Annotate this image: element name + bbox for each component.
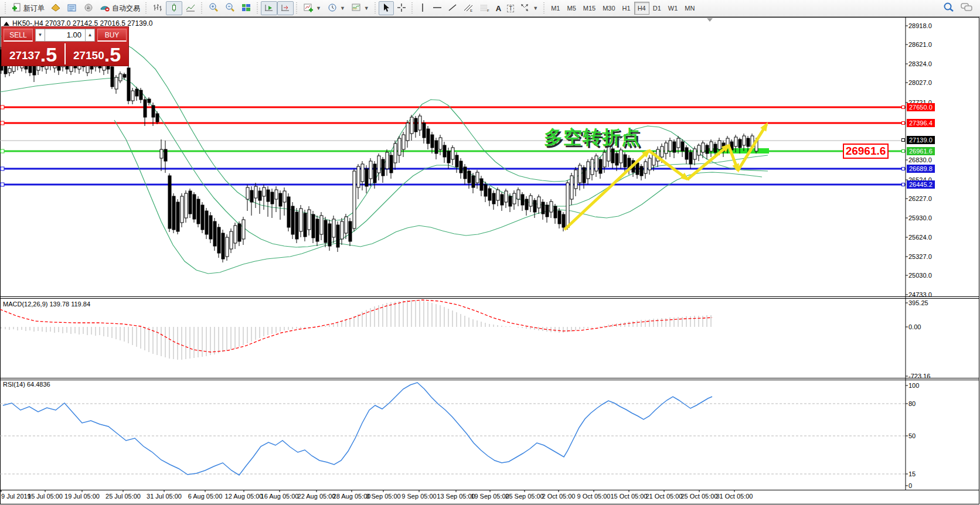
line-anchor-handle[interactable] — [901, 138, 905, 142]
toolbar-drag-handle[interactable] — [411, 2, 414, 14]
templates-button[interactable]: ▼ — [348, 1, 372, 15]
timeframe-button-D1[interactable]: D1 — [649, 2, 665, 15]
macd-label: MACD(12,26,9) 139.78 119.84 — [3, 301, 90, 308]
tile-windows-button[interactable] — [238, 1, 254, 15]
periods-button[interactable]: ▼ — [324, 1, 348, 15]
date-axis-tick: 19 Jul 05:00 — [64, 493, 100, 500]
shapes-icon — [520, 3, 530, 14]
text-button[interactable]: A — [493, 1, 504, 15]
price-axis-tick: 25327.0 — [908, 253, 932, 260]
price-axis-tick: 25030.0 — [908, 272, 932, 279]
timeframe-button-MN[interactable]: MN — [681, 2, 698, 15]
date-axis-tick: 3 Sep 05:00 — [366, 493, 400, 500]
toolbar-drag-handle[interactable] — [4, 2, 7, 14]
annotation-text[interactable]: 多空转折点 — [544, 125, 641, 151]
trendline-button[interactable] — [445, 1, 460, 15]
equidistant-channel-button[interactable]: E — [460, 1, 477, 15]
autotrading-label: 自动交易 — [112, 4, 140, 13]
candlestick-chart-icon — [169, 3, 179, 14]
svg-text:F: F — [487, 9, 489, 12]
horizontal-line-icon — [433, 3, 442, 14]
dropdown-caret-icon: ▼ — [533, 5, 538, 11]
auto-scroll-button[interactable] — [261, 1, 277, 15]
fibonacci-icon: F — [479, 3, 490, 14]
rsi-axis-tick: 0 — [908, 482, 912, 489]
vertical-line-button[interactable] — [416, 1, 430, 15]
date-axis-tick: 16 Aug 05:00 — [261, 493, 299, 500]
timeframe-button-M1[interactable]: M1 — [547, 2, 563, 15]
label-button[interactable]: T — [504, 1, 517, 15]
shapes-button[interactable]: ▼ — [517, 1, 541, 15]
toolbar-drag-handle[interactable] — [145, 2, 148, 14]
line-anchor-handle[interactable] — [901, 149, 905, 153]
crosshair-button[interactable] — [394, 1, 409, 15]
zoom-in-icon — [208, 2, 219, 14]
volume-increase-button[interactable]: ▲ — [85, 29, 95, 42]
price-level-label: 27650.0 — [907, 103, 935, 111]
line-chart-icon — [185, 3, 196, 14]
date-axis-tick: 9 Sep 05:00 — [401, 493, 436, 500]
one-click-trading-panel: SELL ▼ 1.00 ▲ BUY 27137 .5 27150 .5 — [1, 26, 129, 66]
search-icon[interactable] — [943, 2, 954, 15]
price-axis-tick: 28918.0 — [908, 22, 932, 29]
date-axis-tick: 6 Aug 05:00 — [188, 493, 223, 500]
toolbar-drag-handle[interactable] — [374, 2, 377, 14]
timeframe-button-M5[interactable]: M5 — [563, 2, 579, 15]
timeframe-button-M30[interactable]: M30 — [599, 2, 618, 15]
clock-icon — [327, 3, 338, 14]
macd-axis-tick: 0.00 — [908, 323, 921, 330]
date-axis-tick: 25 Oct 05:00 — [681, 493, 718, 500]
line-anchor-handle[interactable] — [901, 183, 905, 186]
toolbar-drag-handle[interactable] — [256, 2, 259, 14]
toolbar-drag-handle[interactable] — [295, 2, 298, 14]
strategy-signal-button[interactable] — [80, 1, 97, 15]
volume-decrease-button[interactable]: ▼ — [35, 29, 45, 42]
timeframe-group: M1M5M15M30H1H4D1W1MN — [547, 2, 698, 15]
zoom-in-button[interactable] — [205, 1, 222, 15]
chart-shift-button[interactable] — [277, 1, 294, 15]
toolbar-drag-handle[interactable] — [543, 2, 546, 14]
chart-shift-marker-icon[interactable] — [707, 18, 713, 22]
timeframe-button-W1[interactable]: W1 — [665, 2, 682, 15]
price-axis-tick: 26227.0 — [908, 195, 932, 202]
horizontal-line-button[interactable] — [430, 1, 445, 15]
date-axis-tick: 25 Jul 05:00 — [106, 493, 141, 500]
buy-button[interactable]: BUY — [97, 29, 127, 42]
zoom-out-button[interactable] — [222, 1, 238, 15]
fibonacci-button[interactable]: F — [477, 1, 493, 15]
price-tag-box[interactable]: 26961.6 — [843, 144, 889, 159]
market-watch-icon — [50, 3, 61, 14]
bar-chart-button[interactable] — [149, 1, 166, 15]
dropdown-caret-icon: ▼ — [316, 5, 321, 11]
candlestick-chart-button[interactable] — [166, 1, 182, 15]
sell-button[interactable]: SELL — [4, 29, 33, 42]
chat-icon[interactable] — [960, 2, 973, 15]
timeframe-button-H1[interactable]: H1 — [619, 2, 634, 15]
buy-price[interactable]: 27150 .5 — [66, 42, 128, 66]
one-click-collapse-icon[interactable] — [4, 22, 9, 26]
line-anchor-handle[interactable] — [901, 121, 905, 125]
dropdown-caret-icon: ▼ — [364, 5, 369, 11]
new-order-button[interactable]: 新订单 — [9, 1, 47, 15]
volume-field[interactable]: 1.00 — [45, 29, 85, 42]
price-level-label: 26445.2 — [907, 180, 935, 189]
price-axis-tick: 26830.0 — [908, 156, 932, 163]
line-anchor-handle[interactable] — [901, 105, 905, 109]
cursor-button[interactable] — [379, 1, 394, 15]
price-level-label: 26961.6 — [907, 147, 935, 155]
autotrading-button[interactable]: 自动交易 — [97, 1, 143, 15]
market-watch-button[interactable] — [47, 1, 64, 15]
data-window-button[interactable] — [64, 1, 80, 15]
line-chart-button[interactable] — [182, 1, 199, 15]
price-axis-tick: 28027.0 — [908, 79, 932, 86]
line-anchor-handle[interactable] — [901, 167, 905, 170]
indicators-button[interactable]: ▼ — [300, 1, 324, 15]
timeframe-button-M15[interactable]: M15 — [580, 2, 599, 15]
chart-shift-icon — [280, 3, 291, 14]
chart-window — [0, 17, 979, 504]
sell-price[interactable]: 27137 .5 — [2, 42, 64, 66]
auto-scroll-icon — [264, 3, 274, 14]
date-axis-tick: 9 Oct 05:00 — [577, 493, 611, 500]
toolbar-drag-handle[interactable] — [200, 2, 203, 14]
timeframe-button-H4[interactable]: H4 — [634, 2, 649, 15]
